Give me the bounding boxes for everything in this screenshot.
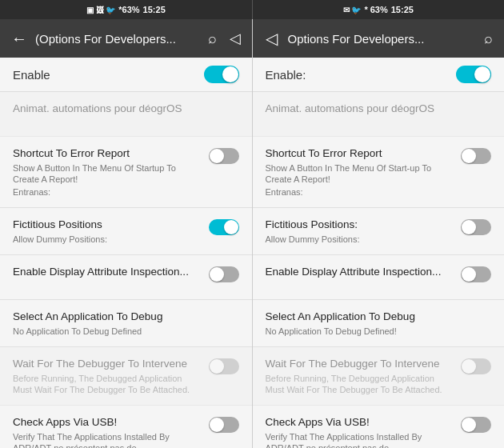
list-item[interactable]: Select An Application To Debug No Applic… (0, 300, 252, 347)
setting-text: Animat. automations pour déogrOS (13, 102, 239, 116)
setting-text: Animat. automations pour déogrOS (266, 102, 492, 116)
back-button-right[interactable]: ◁ (259, 26, 285, 51)
list-item: Animat. automations pour déogrOS (253, 92, 505, 137)
list-item: Animat. automations pour déogrOS (0, 92, 252, 137)
search-icon-right[interactable]: ⌕ (479, 27, 498, 50)
setting-subtitle: Show A Button In The Menu Of Start-up To… (266, 162, 455, 186)
settings-list-left: Animat. automations pour déogrOS Shortcu… (0, 92, 252, 448)
right-signal: * 63% (364, 5, 387, 14)
enable-toggle-right[interactable] (456, 66, 491, 83)
setting-title: Select An Application To Debug (266, 310, 492, 324)
setting-text: Wait For The Debugger To Intervene Befor… (13, 357, 202, 395)
toggle-knob (210, 149, 224, 163)
setting-text: Select An Application To Debug No Applic… (13, 310, 239, 337)
setting-text: Fictitious Positions: Allow Dummy Positi… (266, 218, 455, 245)
toolbar-right: ◁ Options For Developers... ⌕ (253, 19, 505, 58)
setting-text: Shortcut To Error Report Show A Button I… (13, 146, 202, 198)
setting-title: Enable Display Attribute Inspection... (266, 265, 455, 279)
setting-text: Shortcut To Error Report Show A Button I… (266, 146, 455, 198)
share-icon-left[interactable]: ◁ (225, 26, 246, 50)
enable-label-left: Enable (13, 68, 50, 82)
status-bar: ▣ 🖼 🐦 *63% 15:25 ✉ 🐦 * 63% 15:25 (0, 0, 504, 19)
setting-title: Check Apps Via USB! (13, 415, 202, 430)
panels-container: ← (Options For Developers... ⌕ ◁ Enable … (0, 19, 504, 448)
status-bar-right: ✉ 🐦 * 63% 15:25 (253, 0, 505, 19)
setting-text: Enable Display Attribute Inspection... (13, 265, 202, 279)
toggle-debugger-right[interactable] (461, 358, 491, 374)
setting-title: Fictitious Positions: (266, 218, 455, 232)
back-button-left[interactable]: ← (6, 26, 32, 51)
toggle-knob (224, 220, 238, 234)
setting-text: Select An Application To Debug No Applic… (266, 310, 492, 337)
list-item: Shortcut To Error Report Show A Button I… (0, 137, 252, 208)
toggle-debugger-left[interactable] (209, 358, 239, 374)
setting-control (209, 415, 239, 433)
toggle-knob (462, 359, 476, 374)
setting-control (209, 218, 239, 235)
setting-title: Animat. automations pour déogrOS (266, 102, 492, 116)
setting-text: Enable Display Attribute Inspection... (266, 265, 455, 279)
toggle-shortcut-right[interactable] (461, 148, 491, 164)
setting-title: Check Apps Via USB! (266, 415, 455, 430)
toggle-knob (462, 418, 476, 432)
setting-control (461, 415, 491, 433)
enable-label-right: Enable: (266, 68, 306, 82)
list-item: Wait For The Debugger To Intervene Befor… (0, 347, 252, 406)
setting-title: Shortcut To Error Report (266, 146, 455, 161)
toggle-knob (210, 267, 224, 282)
enable-toggle-left[interactable] (204, 66, 239, 83)
left-app-icons: ▣ 🖼 🐦 (86, 6, 116, 14)
list-item: Wait For The Debugger To Intervene Befor… (253, 347, 505, 406)
status-bar-left: ▣ 🖼 🐦 *63% 15:25 (0, 0, 253, 19)
toolbar-title-left: (Options For Developers... (35, 32, 200, 46)
setting-title: Shortcut To Error Report (13, 146, 202, 161)
setting-control (461, 218, 491, 235)
list-item: Enable Display Attribute Inspection... (253, 255, 505, 300)
setting-text: Wait For The Debugger To Intervene Befor… (266, 357, 455, 395)
setting-subtitle: Allow Dummy Positions: (266, 234, 455, 245)
setting-subtitle: Before Running, The Debugged Application… (266, 373, 455, 396)
toggle-display-left[interactable] (209, 266, 239, 282)
panel-left: ← (Options For Developers... ⌕ ◁ Enable … (0, 19, 253, 448)
search-icon-left[interactable]: ⌕ (203, 27, 222, 50)
toggle-fictitious-right[interactable] (461, 219, 491, 235)
setting-control (461, 357, 491, 374)
setting-control (209, 265, 239, 282)
setting-text: Fictitious Positions Allow Dummy Positio… (13, 218, 202, 245)
setting-text: Check Apps Via USB! Verify That The Appl… (266, 415, 455, 448)
list-item: Check Apps Via USB! Verify That The Appl… (253, 406, 505, 448)
toolbar-title-right: Options For Developers... (288, 32, 477, 46)
setting-extra: Entranas: (266, 186, 455, 198)
left-signal: *63% (118, 5, 139, 14)
enable-row-left: Enable (0, 58, 252, 92)
left-time: 15:25 (143, 5, 166, 14)
toggle-knob (462, 220, 476, 234)
toggle-display-right[interactable] (461, 266, 491, 282)
list-item[interactable]: Select An Application To Debug No Applic… (253, 300, 505, 347)
setting-extra: Entranas: (13, 186, 202, 198)
toggle-knob-right (474, 66, 490, 82)
setting-control (461, 265, 491, 282)
toggle-knob-left (222, 66, 238, 82)
enable-row-right: Enable: (253, 58, 505, 92)
setting-title: Enable Display Attribute Inspection... (13, 265, 202, 279)
setting-subtitle: Allow Dummy Positions: (13, 234, 202, 245)
setting-subtitle: No Application To Debug Defined (13, 326, 239, 337)
setting-subtitle: Verify That The Applications Installed B… (266, 431, 455, 448)
toggle-shortcut-left[interactable] (209, 148, 239, 164)
settings-list-right: Animat. automations pour déogrOS Shortcu… (253, 92, 505, 448)
setting-title: Fictitious Positions (13, 218, 202, 232)
setting-subtitle: No Application To Debug Defined! (266, 326, 492, 337)
toggle-checkapps-left[interactable] (209, 417, 239, 433)
setting-title: Wait For The Debugger To Intervene (266, 357, 455, 371)
setting-title: Animat. automations pour déogrOS (13, 102, 239, 116)
toggle-knob (210, 418, 224, 432)
toggle-knob (462, 267, 476, 282)
list-item: Fictitious Positions Allow Dummy Positio… (0, 208, 252, 255)
setting-control (461, 146, 491, 164)
setting-subtitle: Before Running, The Debugged Application… (13, 373, 202, 396)
toggle-fictitious-left[interactable] (209, 219, 239, 235)
toggle-checkapps-right[interactable] (461, 417, 491, 433)
setting-subtitle: Verify That The Applications Installed B… (13, 431, 202, 448)
toolbar-left: ← (Options For Developers... ⌕ ◁ (0, 19, 252, 58)
